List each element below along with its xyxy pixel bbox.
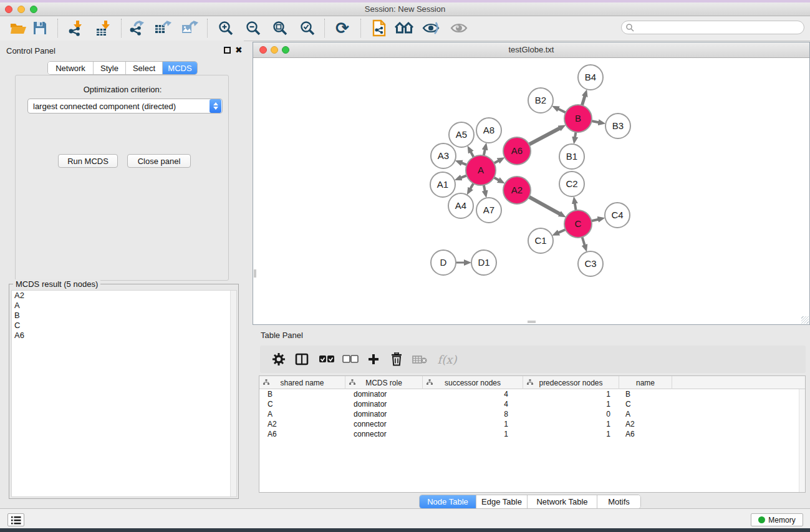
network-view-window: testGlobe.txt AA2A6BCA1A3A4A5A7A8B1B2B3B… [253, 42, 810, 325]
result-list-item[interactable]: A [12, 301, 236, 311]
graph-edge-A-A7[interactable] [484, 185, 485, 192]
tab-select[interactable]: Select [126, 62, 163, 74]
table-row[interactable]: Cdominator41C [259, 399, 805, 409]
graph-edge-A2-C[interactable] [529, 197, 561, 215]
close-network-button[interactable] [259, 46, 267, 54]
float-panel-icon[interactable] [224, 47, 231, 54]
graph-node-label-B3: B3 [612, 120, 624, 131]
graph-node-label-B4: B4 [585, 72, 596, 82]
home-view-icon[interactable] [393, 17, 415, 39]
minimize-network-button[interactable] [271, 46, 278, 54]
graph-edge-A-A1[interactable] [460, 175, 466, 178]
add-row-icon[interactable] [364, 350, 383, 369]
task-history-button[interactable] [7, 513, 24, 526]
canvas-vertical-scrollbar[interactable] [254, 269, 256, 278]
graph-node-label-D: D [440, 257, 447, 268]
tab-network-table[interactable]: Network Table [528, 495, 597, 508]
select-all-icon[interactable] [317, 350, 337, 369]
zoom-out-icon[interactable] [242, 17, 264, 39]
graph-edge-C-C4[interactable] [591, 220, 599, 221]
zoom-selected-icon[interactable] [296, 17, 319, 39]
table-row[interactable]: A2connector11A2 [259, 419, 805, 429]
export-network-icon[interactable] [125, 17, 148, 39]
criterion-dropdown[interactable]: largest connected component (directed) [27, 99, 223, 114]
tab-motifs[interactable]: Motifs [597, 495, 640, 508]
table-row[interactable]: Bdominator41B [259, 389, 805, 399]
search-input[interactable] [634, 23, 804, 32]
table-row[interactable]: A6connector11A6 [259, 429, 805, 439]
window-title: Session: New Session [0, 2, 810, 16]
graph-edge-A-A2[interactable] [494, 178, 499, 181]
close-panel-button[interactable]: Close panel [127, 154, 191, 168]
graph-edge-C-C1[interactable] [557, 230, 566, 233]
table-settings-icon[interactable] [269, 350, 289, 369]
graph-edge-B-B4[interactable] [582, 95, 585, 105]
graph-node-label-A: A [478, 165, 484, 175]
resize-grip-icon[interactable] [801, 316, 809, 324]
export-table-icon[interactable] [152, 17, 174, 39]
graph-edge-A-A8[interactable] [484, 148, 485, 155]
tab-node-table[interactable]: Node Table [420, 495, 476, 508]
show-graphics-details-icon[interactable] [448, 17, 470, 39]
save-session-icon[interactable] [29, 17, 51, 39]
network-canvas[interactable]: AA2A6BCA1A3A4A5A7A8B1B2B3B4C1C2C3C4DD1 [253, 58, 809, 324]
show-columns-icon[interactable] [292, 350, 312, 369]
delete-row-icon[interactable] [387, 350, 407, 369]
graph-edge-A-A6[interactable] [494, 160, 499, 163]
export-image-icon[interactable] [178, 17, 201, 39]
result-list-item[interactable]: A2 [12, 291, 236, 301]
graph-edge-C-C3[interactable] [582, 237, 585, 246]
import-network-icon[interactable] [64, 17, 87, 39]
table-scrollbar[interactable] [799, 389, 805, 492]
canvas-horizontal-scrollbar[interactable] [528, 321, 536, 323]
tab-mcds[interactable]: MCDS [163, 62, 197, 74]
refresh-network-icon[interactable]: ⟳ [331, 17, 354, 39]
column-header-shared-name[interactable]: shared name [259, 376, 345, 389]
column-header-predecessor-nodes[interactable]: predecessor nodes [523, 376, 619, 389]
zoom-in-icon[interactable] [215, 17, 237, 39]
run-mcds-button[interactable]: Run MCDS [58, 154, 118, 168]
graph-edge-C-C2[interactable] [575, 203, 576, 211]
close-window-button[interactable] [5, 6, 12, 13]
column-header-mcds-role[interactable]: MCDS role [345, 376, 423, 389]
graph-edge-B-B2[interactable] [557, 109, 566, 112]
delete-table-icon [410, 350, 430, 369]
graph-node-label-A8: A8 [483, 125, 494, 135]
graph-edge-A6-B[interactable] [529, 128, 560, 145]
mcds-result-box: MCDS result (5 nodes) A2ABCA6 [9, 284, 239, 499]
result-list-item[interactable]: C [12, 321, 236, 331]
table-row[interactable]: Adominator80A [259, 409, 805, 419]
deselect-all-icon[interactable] [340, 350, 360, 369]
column-header-successor-nodes[interactable]: successor nodes [423, 376, 523, 389]
result-list-item[interactable]: A6 [12, 331, 236, 341]
tab-style[interactable]: Style [94, 62, 126, 74]
graph-node-label-A3: A3 [438, 150, 449, 161]
column-header-name[interactable]: name [619, 376, 672, 389]
hide-graphics-details-icon[interactable] [420, 17, 442, 39]
mcds-tab-content: Optimization criterion: largest connecte… [15, 75, 229, 281]
close-panel-icon[interactable]: ✖ [235, 47, 243, 54]
graph-edge-B-B3[interactable] [592, 121, 600, 122]
zoom-window-button[interactable] [30, 6, 37, 13]
search-field[interactable] [621, 21, 804, 34]
graph-edge-A-A3[interactable] [461, 163, 467, 165]
graph-edge-A-A4[interactable] [470, 183, 474, 190]
criterion-value: largest connected component (directed) [28, 102, 210, 111]
open-network-file-icon[interactable] [368, 17, 390, 39]
memory-button[interactable]: Memory [751, 513, 803, 526]
zoom-fit-icon[interactable] [269, 17, 291, 39]
mcds-result-title: MCDS result (5 nodes) [13, 279, 100, 289]
result-list-scrollbar[interactable] [230, 291, 236, 496]
tab-network[interactable]: Network [48, 62, 94, 74]
graph-node-label-A4: A4 [455, 200, 466, 211]
graph-edge-A-A5[interactable] [470, 151, 473, 157]
open-session-icon[interactable] [7, 17, 29, 39]
tab-edge-table[interactable]: Edge Table [476, 495, 528, 508]
minimize-window-button[interactable] [17, 6, 25, 13]
mcds-result-list[interactable]: A2ABCA6 [11, 290, 237, 497]
graph-edge-B-B1[interactable] [575, 132, 576, 138]
zoom-network-button[interactable] [282, 46, 289, 54]
table-body[interactable]: Bdominator41BCdominator41CAdominator80AA… [259, 389, 805, 439]
import-table-icon[interactable] [92, 17, 115, 39]
result-list-item[interactable]: B [12, 311, 236, 321]
